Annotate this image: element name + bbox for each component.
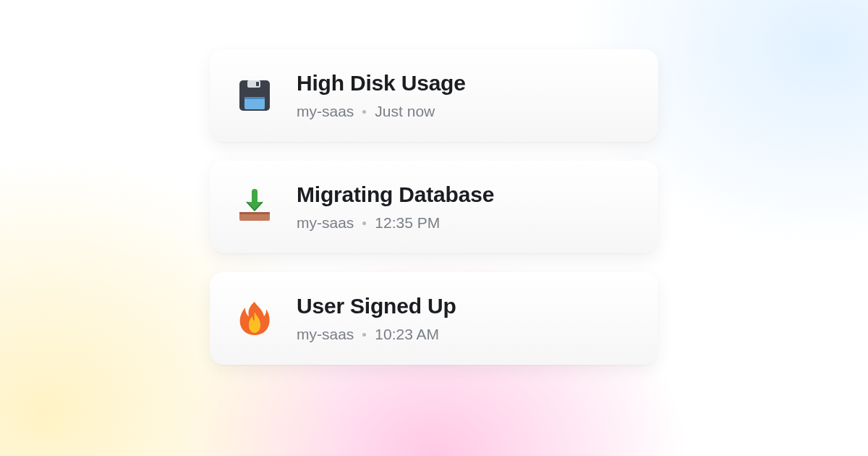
notification-title: User Signed Up	[297, 294, 634, 318]
notification-body: Migrating Database my-saas 12:35 PM	[297, 182, 634, 232]
notification-title: Migrating Database	[297, 182, 634, 207]
notification-title: High Disk Usage	[297, 71, 634, 96]
meta-separator-icon	[362, 221, 366, 225]
meta-separator-icon	[362, 110, 366, 114]
notification-project: my-saas	[297, 326, 354, 343]
notification-meta: my-saas Just now	[297, 103, 634, 120]
svg-rect-2	[244, 97, 265, 99]
notification-project: my-saas	[297, 214, 354, 232]
notification-project: my-saas	[297, 103, 354, 120]
notification-meta: my-saas 10:23 AM	[297, 326, 634, 343]
notification-body: User Signed Up my-saas 10:23 AM	[297, 294, 634, 343]
svg-rect-6	[239, 212, 270, 214]
svg-rect-4	[256, 82, 259, 86]
inbox-download-icon	[234, 187, 275, 227]
notification-meta: my-saas 12:35 PM	[297, 214, 634, 232]
meta-separator-icon	[362, 333, 366, 337]
notification-body: High Disk Usage my-saas Just now	[297, 71, 634, 120]
notification-time: 12:35 PM	[375, 214, 440, 232]
fire-icon	[234, 298, 275, 339]
notification-time: 10:23 AM	[375, 326, 439, 343]
notification-time: Just now	[375, 103, 435, 120]
notification-card[interactable]: High Disk Usage my-saas Just now	[210, 49, 658, 142]
notification-card[interactable]: Migrating Database my-saas 12:35 PM	[210, 161, 658, 253]
notification-card[interactable]: User Signed Up my-saas 10:23 AM	[210, 272, 658, 365]
floppy-disk-icon	[234, 75, 275, 116]
